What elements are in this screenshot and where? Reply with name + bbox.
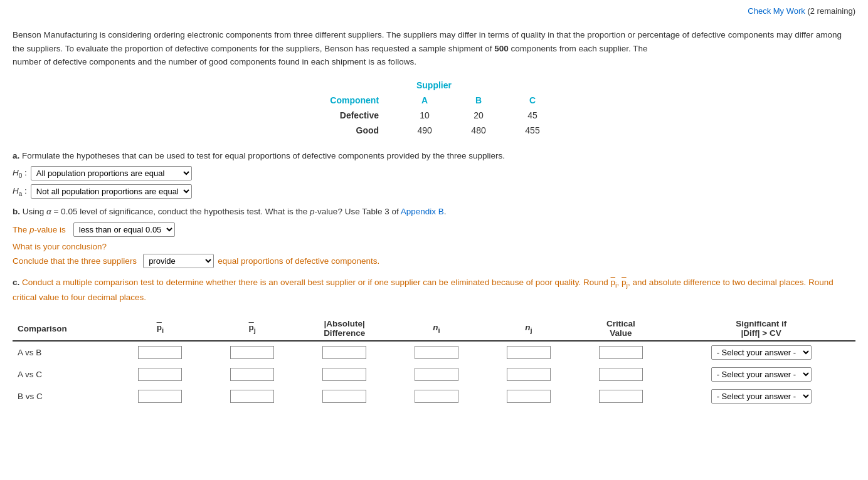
input-pj-avb[interactable] (230, 346, 274, 359)
input-abs-bvc[interactable] (322, 390, 366, 403)
col-comparison: Comparison (13, 316, 114, 341)
conclusion-question: What is your conclusion? (13, 242, 855, 251)
input-pj-avc[interactable] (230, 368, 274, 381)
col-c: C (505, 93, 559, 108)
check-my-work-label: Check My Work (748, 6, 805, 16)
input-nj-bvc[interactable] (507, 390, 551, 403)
ha-select[interactable]: All population proportions are equal Not… (31, 184, 192, 199)
conclusion-select[interactable]: provide do not provide (143, 254, 214, 268)
pvalue-select[interactable]: less than or equal 0.05 greater than 0.0… (73, 222, 175, 237)
table-row: Defective 10 20 45 (309, 108, 559, 123)
abs-avb[interactable] (299, 341, 391, 363)
ni-avb[interactable] (391, 341, 483, 363)
pj-avc[interactable] (206, 363, 299, 385)
input-nj-avc[interactable] (507, 368, 551, 381)
col-abs-diff: |Absolute|Difference (299, 316, 391, 341)
input-abs-avc[interactable] (322, 368, 366, 381)
row-defective-a: 10 (398, 108, 452, 123)
conclusion-text-pre: Conclude that the three suppliers (13, 256, 137, 266)
abs-avc[interactable] (299, 363, 391, 385)
pj-avb[interactable] (206, 341, 299, 363)
cv-avb[interactable] (574, 341, 667, 363)
ni-bvc[interactable] (391, 385, 483, 407)
row-good-b: 480 (452, 123, 505, 138)
table-row-avc: A vs C - Select your answer - Yes No (13, 363, 855, 385)
row-defective-b: 20 (452, 108, 505, 123)
intro-text: Benson Manufacturing is considering orde… (13, 28, 855, 69)
sig-avc[interactable]: - Select your answer - Yes No (667, 363, 855, 385)
pvalue-row: The p-value is less than or equal 0.05 g… (13, 222, 855, 237)
part-a-text: a. Formulate the hypotheses that can be … (13, 149, 855, 163)
sig-select-avb[interactable]: - Select your answer - Yes No (711, 345, 812, 360)
label-avc: A vs C (13, 363, 114, 385)
input-cv-avb[interactable] (599, 346, 643, 359)
sig-bvc[interactable]: - Select your answer - Yes No (667, 385, 855, 407)
conclusion-section: What is your conclusion? Conclude that t… (13, 242, 855, 268)
cv-avc[interactable] (574, 363, 667, 385)
part-c-text: c. Conduct a multiple comparison test to… (13, 276, 855, 304)
table-row-bvc: B vs C - Select your answer - Yes No (13, 385, 855, 407)
row-good-label: Good (309, 123, 398, 138)
sig-select-avc[interactable]: - Select your answer - Yes No (711, 367, 812, 382)
supplier-label: Supplier (13, 80, 855, 90)
abs-bvc[interactable] (299, 385, 391, 407)
input-ni-bvc[interactable] (415, 390, 458, 403)
input-pj-bvc[interactable] (230, 390, 274, 403)
data-table: Component A B C Defective 10 20 45 Good … (309, 93, 559, 138)
table-section: Supplier Component A B C Defective 10 20… (13, 80, 855, 138)
col-significant: Significant if|Diff| > CV (667, 316, 855, 341)
nj-avb[interactable] (483, 341, 575, 363)
table-row-avb: A vs B - Select your answer - Yes No (13, 341, 855, 363)
input-nj-avb[interactable] (507, 346, 551, 359)
cv-bvc[interactable] (574, 385, 667, 407)
h0-select[interactable]: All population proportions are equal Not… (31, 166, 192, 180)
top-bar: Check My Work (2 remaining) (13, 6, 855, 16)
label-bvc: B vs C (13, 385, 114, 407)
pvalue-text-pre: The p-value is (13, 225, 66, 234)
col-component: Component (309, 93, 398, 108)
ha-row: Ha : All population proportions are equa… (13, 184, 855, 199)
h0-label: H0 : (13, 168, 27, 179)
nj-bvc[interactable] (483, 385, 575, 407)
pi-avb[interactable] (114, 341, 206, 363)
appendix-link[interactable]: Appendix B (401, 207, 444, 216)
input-ni-avb[interactable] (415, 346, 458, 359)
table-row: Good 490 480 455 (309, 123, 559, 138)
sig-select-bvc[interactable]: - Select your answer - Yes No (711, 389, 812, 404)
h0-row: H0 : All population proportions are equa… (13, 166, 855, 180)
conclusion-row: Conclude that the three suppliers provid… (13, 254, 855, 268)
pi-bvc[interactable] (114, 385, 206, 407)
part-b-text: b. Using α = 0.05 level of significance,… (13, 205, 855, 219)
pj-bvc[interactable] (206, 385, 299, 407)
col-b: B (452, 93, 505, 108)
pi-avc[interactable] (114, 363, 206, 385)
col-nj: nj (483, 316, 575, 341)
check-my-work-link[interactable]: Check My Work (748, 6, 807, 16)
row-good-a: 490 (398, 123, 452, 138)
remaining-label: (2 remaining) (807, 6, 855, 16)
row-defective-label: Defective (309, 108, 398, 123)
row-defective-c: 45 (505, 108, 559, 123)
input-pi-avc[interactable] (138, 368, 182, 381)
intro-bold: 500 (494, 44, 509, 53)
col-pi: pi (114, 316, 206, 341)
sig-avb[interactable]: - Select your answer - Yes No (667, 341, 855, 363)
input-cv-bvc[interactable] (599, 390, 643, 403)
comparison-table-section: Comparison pi pj |Absolute|Difference ni… (13, 316, 855, 407)
input-pi-avb[interactable] (138, 346, 182, 359)
label-avb: A vs B (13, 341, 114, 363)
input-ni-avc[interactable] (415, 368, 458, 381)
input-pi-bvc[interactable] (138, 390, 182, 403)
col-pj: pj (206, 316, 299, 341)
col-ni: ni (391, 316, 483, 341)
nj-avc[interactable] (483, 363, 575, 385)
conclusion-text-post: equal proportions of defective component… (218, 256, 379, 266)
intro-line3: components from each supplier. The (509, 44, 648, 53)
input-cv-avc[interactable] (599, 368, 643, 381)
ha-label: Ha : (13, 186, 27, 197)
col-a: A (398, 93, 452, 108)
row-good-c: 455 (505, 123, 559, 138)
input-abs-avb[interactable] (322, 346, 366, 359)
intro-line4: number of defective components and the n… (13, 55, 855, 69)
ni-avc[interactable] (391, 363, 483, 385)
